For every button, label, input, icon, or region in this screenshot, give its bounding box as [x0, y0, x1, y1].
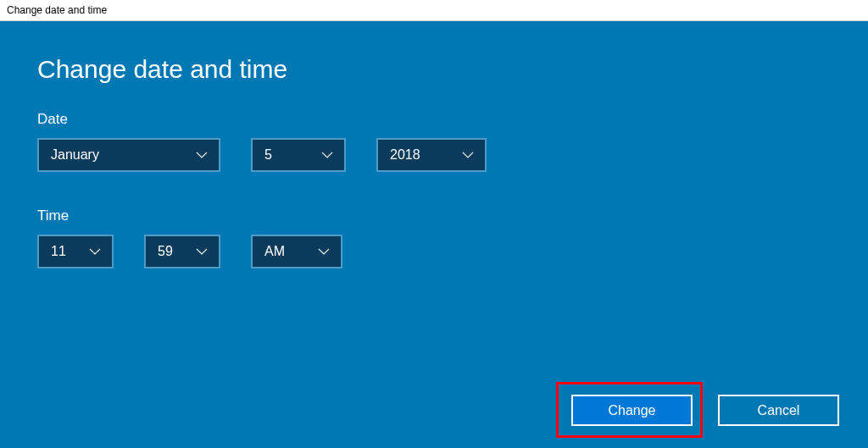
month-select[interactable]: January: [37, 138, 220, 172]
year-select[interactable]: 2018: [376, 138, 487, 172]
cancel-button[interactable]: Cancel: [718, 395, 839, 426]
day-value: 5: [264, 147, 272, 163]
chevron-down-icon: [461, 148, 475, 162]
month-value: January: [51, 147, 99, 163]
cancel-button-label: Cancel: [758, 403, 800, 418]
change-button[interactable]: Change: [571, 395, 693, 426]
minute-select[interactable]: 59: [144, 235, 220, 268]
chevron-down-icon: [195, 245, 209, 258]
hour-select[interactable]: 11: [37, 235, 114, 268]
date-select-row: January 5 2018: [37, 138, 831, 172]
dialog-content: Change date and time Date January 5 2018…: [0, 21, 868, 268]
time-label: Time: [37, 207, 831, 224]
ampm-select[interactable]: AM: [251, 235, 342, 268]
year-value: 2018: [390, 147, 420, 163]
date-label: Date: [37, 111, 831, 128]
change-button-label: Change: [608, 403, 655, 418]
window-title: Change date and time: [7, 4, 107, 16]
page-heading: Change date and time: [37, 55, 831, 84]
day-select[interactable]: 5: [251, 138, 346, 172]
time-select-row: 11 59 AM: [37, 235, 831, 268]
chevron-down-icon: [195, 148, 209, 162]
dialog-buttons: Change Cancel: [571, 395, 839, 426]
window-titlebar: Change date and time: [0, 0, 868, 21]
minute-value: 59: [158, 244, 173, 259]
chevron-down-icon: [320, 148, 334, 162]
ampm-value: AM: [264, 244, 285, 259]
hour-value: 11: [51, 244, 66, 259]
chevron-down-icon: [88, 245, 102, 258]
chevron-down-icon: [317, 245, 331, 258]
